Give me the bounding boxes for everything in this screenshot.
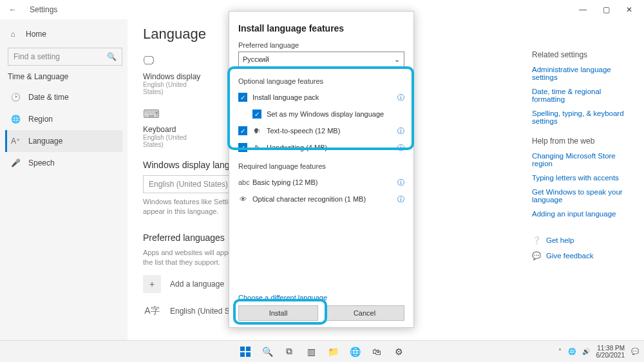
required-basic-typing: abc Basic typing (12 MB) ⓘ bbox=[238, 174, 404, 191]
notifications-icon[interactable]: 💬 bbox=[631, 348, 639, 355]
ocr-icon: 👁 bbox=[238, 195, 247, 203]
language-icon: A⁺ bbox=[10, 137, 21, 146]
back-button[interactable]: ← bbox=[5, 5, 21, 14]
sidebar-item-label: Date & time bbox=[28, 93, 69, 102]
monitor-icon: 🖵 bbox=[143, 54, 201, 72]
handwriting-icon: ✎ bbox=[252, 144, 261, 152]
get-help-link[interactable]: ❔ Get help bbox=[532, 236, 634, 245]
svg-rect-3 bbox=[246, 352, 251, 357]
tts-icon: 🗣 bbox=[252, 127, 261, 135]
sidebar-group-title: Time & Language bbox=[8, 72, 122, 81]
info-icon[interactable]: ⓘ bbox=[397, 143, 404, 153]
link-store-region[interactable]: Changing Microsoft Store region bbox=[532, 152, 634, 167]
sidebar-item-language[interactable]: A⁺ Language bbox=[5, 130, 122, 152]
required-ocr: 👁 Optical character recognition (1 MB) ⓘ bbox=[238, 191, 404, 207]
option-set-display-language[interactable]: ✓ Set as my Windows display language bbox=[252, 106, 404, 122]
option-text-to-speech[interactable]: ✓ 🗣 Text-to-speech (12 MB) ⓘ bbox=[238, 122, 404, 139]
network-icon[interactable]: 🌐 bbox=[568, 348, 576, 355]
install-button[interactable]: Install bbox=[238, 305, 318, 321]
taskbar-edge[interactable]: 🌐 bbox=[348, 345, 362, 359]
sidebar-item-region[interactable]: 🌐 Region bbox=[8, 108, 122, 130]
cancel-button[interactable]: Cancel bbox=[325, 305, 404, 321]
related-settings-pane: Related settings Administrative language… bbox=[522, 19, 644, 267]
device-keyboard[interactable]: ⌨ Keyboard English (United States) bbox=[143, 107, 201, 148]
globe-icon: 🌐 bbox=[10, 115, 21, 124]
preferred-language-dropdown[interactable]: Русский ⌄ bbox=[238, 52, 404, 67]
svg-rect-1 bbox=[246, 347, 251, 351]
option-handwriting[interactable]: ✓ ✎ Handwriting (4 MB) ⓘ bbox=[238, 139, 404, 156]
close-button[interactable]: ✕ bbox=[623, 5, 635, 14]
optional-features-heading: Optional language features bbox=[238, 77, 404, 85]
link-spelling-typing[interactable]: Spelling, typing, & keyboard settings bbox=[532, 110, 634, 125]
clock-icon: 🕑 bbox=[10, 93, 21, 102]
give-feedback-link[interactable]: 💬 Give feedback bbox=[532, 251, 634, 260]
link-admin-language[interactable]: Administrative language settings bbox=[532, 66, 634, 81]
link-date-time-format[interactable]: Date, time & regional formatting bbox=[532, 88, 634, 103]
checkbox-checked-icon[interactable]: ✓ bbox=[252, 110, 261, 119]
volume-icon[interactable]: 🔊 bbox=[582, 348, 590, 355]
keyboard-icon: ⌨ bbox=[143, 107, 201, 125]
home-icon: ⌂ bbox=[8, 30, 18, 39]
chevron-up-icon[interactable]: ˄ bbox=[558, 348, 562, 355]
taskbar-store[interactable]: 🛍 bbox=[370, 345, 384, 359]
language-glyph-icon: A字 bbox=[143, 302, 161, 320]
help-from-web-heading: Help from the web bbox=[532, 137, 634, 146]
info-icon[interactable]: ⓘ bbox=[397, 195, 404, 204]
search-icon: 🔍 bbox=[107, 52, 117, 61]
info-icon[interactable]: ⓘ bbox=[397, 126, 404, 136]
svg-rect-2 bbox=[240, 352, 245, 357]
taskbar-task-view[interactable]: ⧉ bbox=[282, 345, 296, 359]
taskbar-clock[interactable]: 11:38 PM 6/20/2021 bbox=[596, 345, 625, 359]
sidebar-item-date-time[interactable]: 🕑 Date & time bbox=[8, 86, 122, 108]
link-windows-speak[interactable]: Get Windows to speak your language bbox=[532, 188, 634, 204]
sidebar-item-speech[interactable]: 🎤 Speech bbox=[8, 152, 122, 174]
start-button[interactable] bbox=[238, 345, 252, 359]
search-placeholder: Find a setting bbox=[14, 52, 60, 61]
dialog-title: Install language features bbox=[238, 23, 404, 33]
device-windows-display[interactable]: 🖵 Windows display English (United States… bbox=[143, 54, 201, 95]
taskbar-search[interactable]: 🔍 bbox=[260, 345, 274, 359]
taskbar-settings[interactable]: ⚙ bbox=[392, 345, 406, 359]
link-add-input-language[interactable]: Adding an input language bbox=[532, 210, 634, 218]
plus-icon: + bbox=[143, 275, 161, 293]
choose-different-language-link[interactable]: Choose a different language bbox=[238, 294, 404, 301]
system-tray[interactable]: ˄ 🌐 🔊 11:38 PM 6/20/2021 💬 bbox=[558, 345, 639, 359]
help-icon: ❔ bbox=[532, 236, 541, 245]
sidebar-home-label: Home bbox=[26, 30, 46, 39]
checkbox-checked-icon[interactable]: ✓ bbox=[238, 143, 247, 152]
sidebar-item-label: Language bbox=[28, 137, 62, 146]
checkbox-checked-icon[interactable]: ✓ bbox=[238, 93, 247, 102]
related-settings-heading: Related settings bbox=[532, 50, 634, 59]
chevron-down-icon: ⌄ bbox=[394, 55, 400, 64]
sidebar-home[interactable]: ⌂ Home bbox=[8, 24, 122, 44]
feedback-icon: 💬 bbox=[532, 251, 541, 260]
taskbar-explorer[interactable]: 📁 bbox=[326, 345, 340, 359]
taskbar-widgets[interactable]: ▥ bbox=[304, 345, 318, 359]
microphone-icon: 🎤 bbox=[10, 158, 21, 167]
minimize-button[interactable]: — bbox=[577, 5, 589, 14]
install-language-dialog: Install language features Preferred lang… bbox=[229, 11, 414, 328]
checkbox-checked-icon[interactable]: ✓ bbox=[238, 126, 247, 135]
option-install-language-pack[interactable]: ✓ Install language pack ⓘ bbox=[238, 89, 404, 106]
preferred-language-label: Preferred language bbox=[238, 41, 404, 49]
maximize-button[interactable]: ▢ bbox=[600, 5, 612, 14]
sidebar-item-label: Region bbox=[28, 115, 53, 124]
search-input[interactable]: Find a setting 🔍 bbox=[8, 48, 122, 66]
settings-sidebar: ⌂ Home Find a setting 🔍 Time & Language … bbox=[0, 19, 128, 340]
info-icon[interactable]: ⓘ bbox=[397, 93, 404, 102]
typing-icon: abc bbox=[238, 178, 247, 186]
taskbar: 🔍 ⧉ ▥ 📁 🌐 🛍 ⚙ ˄ 🌐 🔊 11:38 PM 6/20/2021 💬 bbox=[0, 340, 644, 362]
info-icon[interactable]: ⓘ bbox=[397, 178, 404, 187]
svg-rect-0 bbox=[240, 347, 245, 351]
sidebar-item-label: Speech bbox=[28, 158, 55, 167]
link-typing-accents[interactable]: Typing letters with accents bbox=[532, 174, 634, 182]
required-features-heading: Required language features bbox=[238, 162, 404, 170]
